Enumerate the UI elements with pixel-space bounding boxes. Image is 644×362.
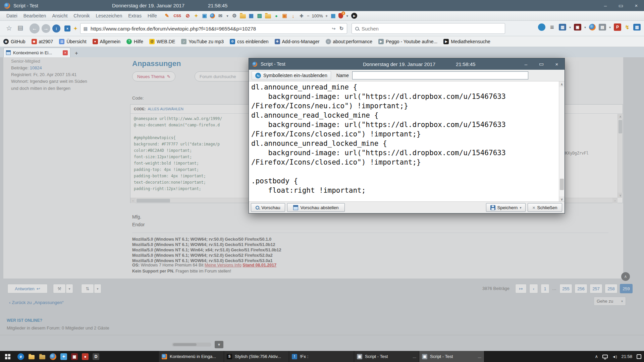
- quicklaunch-app-darkred[interactable]: ▣: [69, 351, 80, 362]
- page-window-icon[interactable]: ×: [64, 25, 70, 32]
- dialog-titlebar[interactable]: Script - Test Donnerstag der 19. Januar …: [249, 58, 565, 70]
- bookmark-peggo[interactable]: ▶Peggo - Youtube aufne...: [378, 39, 437, 44]
- bookmark-css-einblenden[interactable]: ⚙css einblenden: [230, 39, 268, 44]
- dialog-close-action-button[interactable]: × Schließen: [528, 203, 562, 212]
- dialog-minimize-button[interactable]: –: [518, 58, 534, 70]
- image-icon[interactable]: ▣: [282, 13, 288, 19]
- chevron-down-icon[interactable]: ▾: [569, 25, 571, 29]
- fox-icon[interactable]: [210, 13, 215, 18]
- reload-icon[interactable]: ↻: [339, 25, 344, 32]
- search-input[interactable]: [362, 26, 501, 32]
- maximize-button[interactable]: ▭: [613, 0, 629, 11]
- mail-icon[interactable]: ✉: [217, 13, 223, 19]
- chevron-down-icon[interactable]: ▾: [584, 25, 586, 29]
- back-button[interactable]: ←: [30, 23, 40, 34]
- name-input[interactable]: [352, 71, 528, 79]
- quicklaunch-app-blue[interactable]: ✦: [58, 351, 69, 362]
- hamburger-menu-icon[interactable]: ≡: [548, 24, 556, 30]
- editor-scrollbar[interactable]: ∧ ∨: [559, 81, 565, 202]
- preview-button[interactable]: Vorschau: [251, 203, 285, 212]
- quicklaunch-edge[interactable]: e: [15, 351, 26, 362]
- block-icon[interactable]: ⊘: [185, 13, 191, 19]
- quicklaunch-firefox[interactable]: [48, 351, 58, 362]
- folder-icon[interactable]: [240, 14, 246, 18]
- bookmark-youtube-mp3[interactable]: ♪YouTube zu mp3: [181, 39, 224, 44]
- url-bar[interactable]: ▤ https://www.camp-firefox.de/forum/view…: [80, 23, 347, 34]
- key-icon[interactable]: ✦: [193, 13, 199, 19]
- gear-icon[interactable]: ⚙: [231, 13, 237, 19]
- menu-extras[interactable]: Extras: [125, 12, 145, 20]
- window-icon[interactable]: ▣: [202, 13, 208, 19]
- globe-icon[interactable]: [538, 23, 545, 31]
- bookmark-hilfe[interactable]: ?Hilfe: [126, 39, 143, 44]
- tab-close-icon[interactable]: ×: [63, 50, 68, 55]
- task-script-test-1[interactable]: ▣ Script - Test ...: [354, 351, 419, 362]
- start-button[interactable]: [0, 351, 15, 362]
- new-tab-button[interactable]: +: [72, 49, 81, 57]
- menu-datei[interactable]: Datei: [3, 12, 20, 20]
- toolbox-icon[interactable]: ▥: [633, 24, 641, 31]
- search-bar[interactable]: [352, 23, 505, 34]
- bookmark-github[interactable]: ◉GitHub: [3, 39, 25, 44]
- fox-icon[interactable]: [589, 24, 596, 31]
- panel-icon[interactable]: ▦: [248, 13, 254, 19]
- forward-button[interactable]: →: [42, 24, 50, 33]
- page-key-icon[interactable]: ✦: [72, 25, 78, 32]
- volume-icon[interactable]: ◄): [612, 355, 617, 359]
- css-toggle-icon[interactable]: CSS: [172, 13, 182, 19]
- quicklaunch-folder-1[interactable]: [26, 351, 37, 362]
- clipboard-icon[interactable]: ▤: [17, 24, 23, 32]
- toggle-toolbars-button[interactable]: ⇆ Symbolleisten ein-/ausblenden: [252, 71, 331, 80]
- zoom-in-button[interactable]: +: [325, 13, 328, 18]
- menu-ansicht[interactable]: Ansicht: [49, 12, 70, 20]
- tray-expand-icon[interactable]: ∧: [595, 354, 598, 359]
- task-fx[interactable]: ! !Fx :: [289, 351, 354, 362]
- menu-chronik[interactable]: Chronik: [70, 12, 93, 20]
- camera-icon[interactable]: ▣: [574, 24, 581, 31]
- folder2-icon[interactable]: [265, 14, 271, 18]
- display-icon[interactable]: [602, 355, 608, 358]
- chevron-down-icon[interactable]: ▾: [226, 13, 229, 19]
- shield-icon[interactable]: 1: [338, 13, 343, 18]
- menu-hilfe[interactable]: Hilfe: [145, 12, 160, 20]
- bookmark-addons-manager[interactable]: ✚Add-ons-Manager: [275, 39, 320, 44]
- tab-kontextmenu[interactable]: Kontextmenü in Ei... ×: [3, 48, 70, 57]
- close-button[interactable]: ×: [629, 0, 644, 11]
- dialog-close-button[interactable]: ×: [549, 58, 565, 70]
- lightning-icon[interactable]: ↯: [624, 24, 630, 30]
- scroll-up-icon[interactable]: ∧: [559, 81, 565, 87]
- share-icon[interactable]: ↪: [331, 25, 336, 32]
- dialog-maximize-button[interactable]: ▭: [534, 58, 549, 70]
- bookmark-mediathekensuche[interactable]: ▶Mediathekensuche: [443, 39, 490, 44]
- quicklaunch-app-red[interactable]: ●: [80, 351, 91, 362]
- clipboard2-icon[interactable]: ▤: [599, 24, 606, 31]
- bookmark-webde[interactable]: @WEB.DE: [149, 39, 175, 44]
- url-text[interactable]: https://www.camp-firefox.de/forum/viewto…: [91, 26, 329, 32]
- briefcase-icon[interactable]: ▥: [559, 24, 566, 31]
- chevron-down-icon[interactable]: ▾: [609, 25, 611, 29]
- save-button[interactable]: Speichern ▾: [486, 203, 526, 212]
- chevron-down-icon[interactable]: ▾: [345, 13, 349, 19]
- minimize-button[interactable]: –: [598, 0, 613, 11]
- info-icon[interactable]: i: [52, 24, 60, 33]
- puzzle-icon[interactable]: ✚: [299, 13, 305, 19]
- taskbar-clock[interactable]: 21:58: [621, 354, 632, 359]
- download-icon[interactable]: ↓: [290, 13, 296, 19]
- bookmark-at2907[interactable]: ◆at2907: [32, 39, 53, 44]
- notification-center-icon[interactable]: [637, 354, 641, 359]
- zoom-out-button[interactable]: −: [307, 13, 310, 18]
- bookmark-star-icon[interactable]: ☆: [6, 24, 12, 32]
- quicklaunch-folder-2[interactable]: [37, 351, 48, 362]
- task-stylish[interactable]: S Stylish (Stile:756 Aktiv...: [224, 351, 289, 362]
- pencil-icon[interactable]: ✎: [164, 13, 170, 19]
- eco-icon[interactable]: ●: [273, 13, 279, 19]
- menu-lesezeichen[interactable]: Lesezeichen: [93, 12, 125, 20]
- scrollbar-thumb[interactable]: [560, 179, 564, 190]
- pocket-icon[interactable]: P: [614, 23, 621, 31]
- play-icon[interactable]: ▶: [351, 13, 357, 19]
- preview-off-button[interactable]: Vorschau abstellen: [287, 203, 345, 212]
- script-editor[interactable]: dl.announce_unread_mine { background-ima…: [249, 81, 559, 202]
- menu-bearbeiten[interactable]: Bearbeiten: [20, 12, 49, 20]
- quicklaunch-app-d[interactable]: D: [91, 351, 101, 362]
- grid-icon[interactable]: ▨: [257, 13, 263, 19]
